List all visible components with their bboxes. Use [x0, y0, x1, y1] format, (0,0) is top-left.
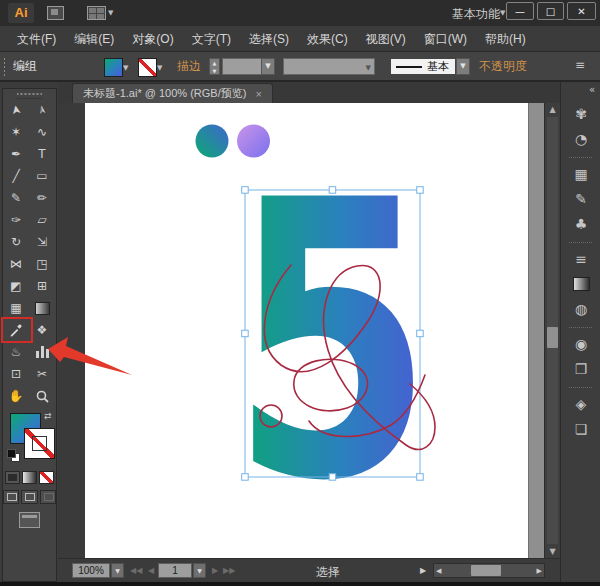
tools-panel-grip[interactable] — [17, 89, 42, 99]
horizontal-scrollbar[interactable]: ◀ ▶ — [433, 563, 545, 578]
brush-definition-field[interactable]: 基本 — [390, 58, 456, 75]
workspace-switcher[interactable]: 基本功能 — [452, 6, 500, 23]
free-transform-tool[interactable]: ◳ — [29, 253, 55, 275]
control-bar-grip[interactable] — [3, 57, 6, 77]
stroke-dropdown-icon[interactable]: ▼ — [157, 64, 162, 72]
symbols-panel-button[interactable]: ♣ — [569, 212, 593, 236]
lasso-tool[interactable]: ∿ — [29, 121, 55, 143]
numeral-group[interactable]: 5 — [231, 120, 434, 558]
previous-artboard-icon[interactable]: ◀ — [148, 566, 154, 575]
handle-top-left[interactable] — [242, 187, 249, 194]
horizontal-scrollbar-thumb[interactable] — [471, 565, 501, 576]
next-artboard-icon[interactable]: ▶ — [212, 566, 218, 575]
dock-collapse-icon[interactable]: « — [589, 84, 595, 95]
gradient-panel-button[interactable] — [569, 272, 593, 296]
default-fill-stroke-icon[interactable] — [7, 449, 19, 461]
color-mode-button[interactable] — [5, 471, 20, 484]
handle-mid-left[interactable] — [242, 330, 249, 337]
draw-behind-button[interactable] — [21, 490, 37, 504]
transparency-panel-button[interactable]: ◍ — [569, 297, 593, 321]
color-panel-button[interactable]: ✾ — [569, 102, 593, 126]
handle-mid-right[interactable] — [417, 330, 424, 337]
scroll-up-icon[interactable]: ▲ — [545, 105, 560, 114]
document-tab-close-icon[interactable]: × — [255, 88, 261, 100]
fill-dropdown-icon[interactable]: ▼ — [123, 64, 128, 72]
stroke-panel-link[interactable]: 描边 — [177, 52, 201, 80]
arrange-documents-arrow-icon[interactable]: ▼ — [108, 9, 113, 17]
gradient-circle-teal[interactable] — [196, 125, 229, 158]
numeral-5[interactable]: 5 — [231, 120, 434, 558]
selection-tool[interactable]: ➤ — [3, 99, 29, 121]
blob-brush-tool[interactable]: ✑ — [3, 209, 29, 231]
menu-type[interactable]: 文字(T) — [183, 26, 240, 52]
width-profile-field[interactable]: ▼ — [283, 58, 375, 75]
menu-file[interactable]: 文件(F) — [8, 26, 65, 52]
status-expand-icon[interactable]: ▶ — [420, 566, 426, 575]
maximize-button[interactable]: □ — [537, 2, 564, 20]
stroke-panel-button[interactable]: ≡ — [569, 247, 593, 271]
shape-builder-tool[interactable]: ◩ — [3, 275, 29, 297]
close-button[interactable]: ✕ — [567, 2, 596, 20]
handle-top-mid[interactable] — [329, 187, 336, 194]
vertical-scrollbar-thumb[interactable] — [547, 327, 558, 348]
handle-bottom-left[interactable] — [242, 474, 249, 481]
draw-normal-button[interactable] — [3, 490, 19, 504]
handle-bottom-mid[interactable] — [329, 474, 336, 481]
pencil-tool[interactable]: ✏ — [29, 187, 55, 209]
graphic-styles-panel-button[interactable]: ❐ — [569, 357, 593, 381]
pen-tool[interactable]: ✒ — [3, 143, 29, 165]
scroll-down-icon[interactable]: ▼ — [545, 547, 560, 556]
menu-view[interactable]: 视图(V) — [357, 26, 415, 52]
fill-color-swatch[interactable] — [104, 58, 123, 77]
stroke-swatch[interactable] — [24, 428, 55, 459]
width-tool[interactable]: ⋈ — [3, 253, 29, 275]
menu-help[interactable]: 帮助(H) — [476, 26, 535, 52]
line-segment-tool[interactable]: ╱ — [3, 165, 29, 187]
rectangle-tool[interactable]: ▭ — [29, 165, 55, 187]
blend-tool[interactable]: ❖ — [29, 319, 55, 341]
artboard-number-field[interactable]: 1 — [158, 563, 192, 578]
bridge-icon[interactable] — [47, 6, 64, 20]
graph-tool[interactable] — [29, 341, 55, 363]
paintbrush-tool[interactable]: ✎ — [3, 187, 29, 209]
opacity-panel-link[interactable]: 不透明度 — [479, 52, 527, 80]
menu-select[interactable]: 选择(S) — [240, 26, 298, 52]
zoom-dropdown-icon[interactable]: ▼ — [111, 563, 124, 578]
color-guide-panel-button[interactable]: ◔ — [569, 127, 593, 151]
scale-tool[interactable]: ⇲ — [29, 231, 55, 253]
slice-tool[interactable]: ✂ — [29, 363, 55, 385]
mesh-tool[interactable]: ▦ — [3, 297, 29, 319]
document-tab[interactable]: 未标题-1.ai* @ 100% (RGB/预览) × — [72, 83, 273, 103]
menu-object[interactable]: 对象(O) — [123, 26, 182, 52]
scroll-right-icon[interactable]: ▶ — [537, 567, 542, 575]
none-mode-button[interactable] — [39, 471, 54, 484]
rotate-tool[interactable]: ↻ — [3, 231, 29, 253]
brushes-panel-button[interactable]: ✎ — [569, 187, 593, 211]
handle-bottom-right[interactable] — [417, 474, 424, 481]
zoom-level-field[interactable]: 100% — [72, 563, 110, 578]
scroll-left-icon[interactable]: ◀ — [436, 567, 441, 575]
symbol-sprayer-tool[interactable]: ♨ — [3, 341, 29, 363]
arrange-documents-icon[interactable] — [87, 6, 106, 20]
draw-inside-button[interactable] — [40, 490, 56, 504]
minimize-button[interactable]: — — [506, 2, 534, 20]
artboard-tool[interactable]: ⊡ — [3, 363, 29, 385]
stroke-weight-dropdown[interactable]: ▼ — [261, 58, 275, 75]
eraser-tool[interactable]: ▱ — [29, 209, 55, 231]
stroke-weight-stepper[interactable]: ▲▼ — [209, 58, 220, 75]
gradient-mode-button[interactable] — [22, 471, 37, 484]
layers-panel-button[interactable]: ◈ — [569, 392, 593, 416]
direct-selection-tool[interactable]: ➢ — [29, 99, 55, 121]
menu-effect[interactable]: 效果(C) — [298, 26, 357, 52]
swap-fill-stroke-icon[interactable]: ⇄ — [44, 411, 52, 421]
handle-top-right[interactable] — [417, 187, 424, 194]
workspace-arrow-icon[interactable]: ▼ — [500, 9, 505, 17]
magic-wand-tool[interactable]: ✶ — [3, 121, 29, 143]
control-panel-options-icon[interactable]: ≡ — [575, 58, 585, 72]
artboards-panel-button[interactable]: ❏ — [569, 417, 593, 441]
zoom-tool[interactable] — [29, 385, 55, 407]
menu-edit[interactable]: 编辑(E) — [65, 26, 123, 52]
stroke-color-swatch[interactable] — [138, 58, 157, 77]
last-artboard-icon[interactable]: ▶▶ — [223, 566, 235, 575]
hand-tool[interactable]: ✋ — [3, 385, 29, 407]
